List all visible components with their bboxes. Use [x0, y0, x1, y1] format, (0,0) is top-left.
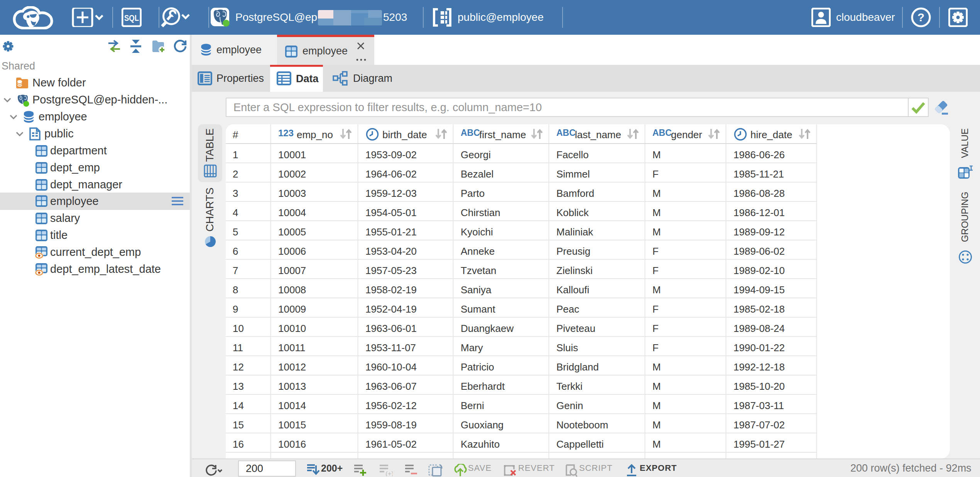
svg-text:SQL: SQL	[124, 13, 139, 23]
svg-text:(+): (+)	[385, 470, 393, 476]
svg-text:?: ?	[917, 11, 924, 24]
